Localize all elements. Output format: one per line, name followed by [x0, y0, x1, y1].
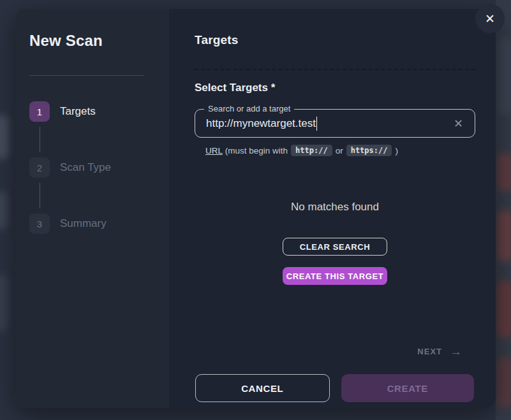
create-button[interactable]: CREATE — [341, 374, 475, 402]
wizard-sidebar: New Scan 1 Targets 2 Scan Type 3 Summary — [15, 9, 169, 408]
new-scan-dialog: New Scan 1 Targets 2 Scan Type 3 Summary… — [15, 9, 496, 408]
close-icon: ✕ — [485, 11, 495, 26]
backdrop-right-strip — [496, 0, 511, 420]
url-link[interactable]: URL — [205, 146, 223, 156]
arrow-right-icon: → — [450, 345, 462, 358]
step-number-badge: 1 — [29, 101, 50, 122]
empty-results: No matches found CLEAR SEARCH CREATE THI… — [195, 201, 475, 285]
search-input[interactable]: Search or add a target http://mynewtarge… — [195, 109, 475, 138]
http-scheme-chip: http:// — [291, 145, 332, 156]
step-label: Targets — [60, 105, 96, 118]
step-label: Scan Type — [60, 161, 111, 174]
https-scheme-chip: https:// — [346, 145, 392, 156]
step-scan-type[interactable]: 2 Scan Type — [29, 157, 155, 178]
heading-divider — [195, 69, 475, 70]
panel-heading: Targets — [195, 33, 475, 47]
helper-text: ) — [395, 146, 398, 156]
step-number-badge: 3 — [29, 214, 50, 234]
sidebar-divider — [29, 75, 144, 76]
search-input-label: Search or add a target — [204, 104, 294, 113]
dialog-title: New Scan — [29, 32, 155, 50]
targets-panel: Targets Select Targets * Search or add a… — [169, 9, 496, 408]
create-this-target-button[interactable]: CREATE THIS TARGET — [283, 267, 387, 285]
clear-search-button[interactable]: CLEAR SEARCH — [283, 238, 387, 256]
url-helper-text: URL (must begin with http:// or https://… — [205, 145, 475, 156]
step-targets[interactable]: 1 Targets — [29, 101, 155, 122]
next-step-link[interactable]: NEXT → — [417, 345, 462, 358]
step-connector — [40, 183, 40, 208]
helper-text: or — [336, 146, 343, 156]
clear-input-icon[interactable]: ✕ — [451, 117, 466, 131]
search-input-value: http://mynewtarget.test — [206, 117, 316, 130]
helper-text: (must begin with — [225, 146, 288, 156]
no-matches-message: No matches found — [291, 201, 379, 214]
step-summary[interactable]: 3 Summary — [29, 214, 155, 234]
text-caret — [316, 117, 317, 131]
cancel-button[interactable]: CANCEL — [195, 374, 330, 402]
step-connector — [40, 127, 40, 152]
step-label: Summary — [60, 217, 107, 230]
close-dialog-button[interactable]: ✕ — [475, 4, 505, 33]
next-label: NEXT — [417, 347, 442, 356]
select-targets-label: Select Targets * — [195, 82, 475, 94]
dialog-footer: CANCEL CREATE — [195, 374, 474, 402]
step-number-badge: 2 — [29, 157, 50, 178]
wizard-stepper: 1 Targets 2 Scan Type 3 Summary — [29, 101, 155, 234]
